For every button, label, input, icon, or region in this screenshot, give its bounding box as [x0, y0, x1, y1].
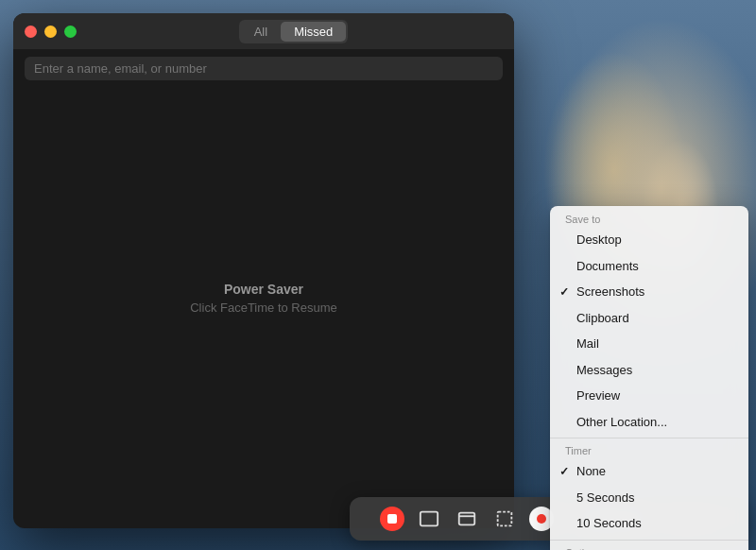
titlebar: All Missed: [13, 13, 514, 49]
power-saver-subtitle: Click FaceTime to Resume: [190, 301, 337, 315]
menu-item-screenshots[interactable]: Screenshots: [550, 279, 748, 305]
menu-item-mail[interactable]: Mail: [550, 331, 748, 357]
tab-all[interactable]: All: [241, 22, 281, 42]
record-icon: [537, 514, 546, 524]
minimize-button[interactable]: [44, 26, 57, 38]
window-content: Power Saver Click FaceTime to Resume: [13, 88, 514, 508]
menu-item-other-location[interactable]: Other Location...: [550, 409, 748, 436]
menu-item-clipboard[interactable]: Clipboard: [550, 305, 748, 332]
capture-screen-icon[interactable]: [416, 506, 442, 532]
facetime-window: All Missed Power Saver Click FaceTime to…: [13, 13, 514, 528]
search-input[interactable]: [25, 57, 503, 80]
stop-icon: [387, 514, 397, 524]
menu-item-5seconds[interactable]: 5 Seconds: [550, 485, 748, 511]
search-bar: [13, 49, 514, 88]
menu-item-documents[interactable]: Documents: [550, 253, 748, 280]
separator-1: [550, 438, 748, 438]
maximize-button[interactable]: [64, 26, 77, 38]
timer-label: Timer: [550, 441, 748, 458]
tab-group: All Missed: [239, 20, 349, 43]
svg-rect-1: [459, 513, 475, 525]
menu-item-none[interactable]: None: [550, 458, 748, 485]
capture-window-icon[interactable]: [454, 506, 480, 532]
save-to-label: Save to: [550, 210, 748, 227]
menu-item-desktop[interactable]: Desktop: [550, 227, 748, 253]
menu-item-10seconds[interactable]: 10 Seconds: [550, 510, 748, 537]
options-section-label: Options: [550, 543, 748, 551]
close-button[interactable]: [25, 26, 37, 38]
tab-missed[interactable]: Missed: [281, 22, 346, 42]
context-menu: Save to Desktop Documents Screenshots Cl…: [550, 206, 748, 550]
capture-selection-icon[interactable]: [491, 506, 518, 532]
stop-button[interactable]: [380, 507, 404, 531]
menu-item-preview[interactable]: Preview: [550, 383, 748, 409]
menu-item-messages[interactable]: Messages: [550, 357, 748, 384]
svg-rect-0: [421, 512, 438, 526]
power-saver-title: Power Saver: [224, 282, 303, 297]
svg-rect-3: [498, 512, 512, 526]
separator-2: [550, 540, 748, 541]
